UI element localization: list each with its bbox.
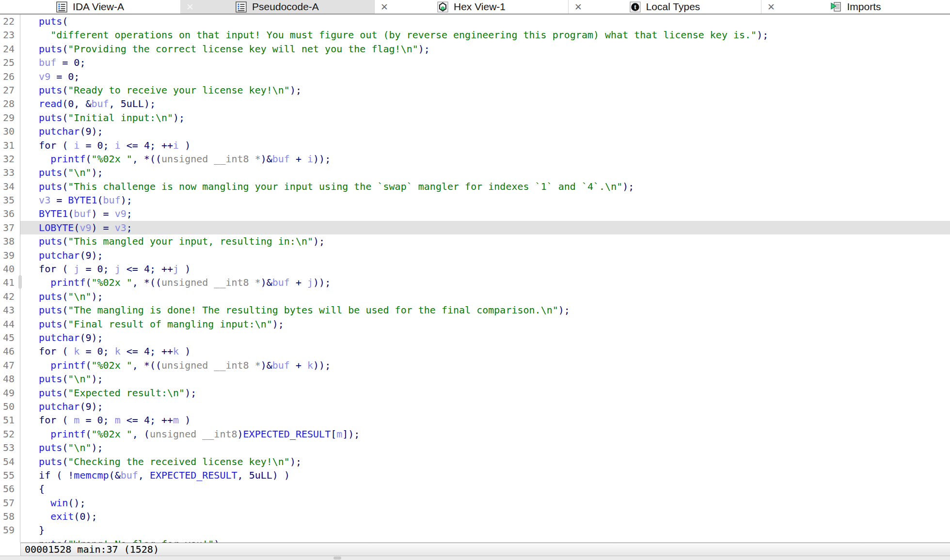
vertical-scroll-indicator[interactable]: [18, 275, 22, 289]
code-text[interactable]: puts("Initial input:\n");: [20, 111, 950, 124]
code-text[interactable]: printf("%02x ", (unsigned __int8)EXPECTE…: [20, 427, 950, 441]
code-text[interactable]: puts("\n");: [20, 290, 950, 303]
code-line[interactable]: 52 printf("%02x ", (unsigned __int8)EXPE…: [0, 427, 950, 441]
tab-pseudocode-a[interactable]: ✕ Pseudocode-A: [180, 0, 374, 14]
code-text[interactable]: buf = 0;: [20, 56, 950, 69]
code-line[interactable]: 33 puts("\n");: [0, 166, 950, 179]
code-line[interactable]: 54 puts("Checking the received license k…: [0, 455, 950, 468]
close-icon[interactable]: ✕: [574, 0, 582, 14]
line-number: 36: [0, 207, 20, 220]
code-text[interactable]: puts("Providing the correct license key …: [20, 42, 950, 56]
code-text[interactable]: puts("The mangling is done! The resultin…: [20, 303, 950, 317]
code-line[interactable]: 41 printf("%02x ", *((unsigned __int8 *)…: [0, 276, 950, 289]
code-line[interactable]: 36 BYTE1(buf) = v9;: [0, 207, 950, 220]
code-text[interactable]: puts("Checking the received license key!…: [20, 455, 950, 468]
code-line[interactable]: 22 puts(: [0, 15, 950, 28]
code-text[interactable]: printf("%02x ", *((unsigned __int8 *)&bu…: [20, 152, 950, 166]
code-text[interactable]: puts("Expected result:\n");: [20, 386, 950, 400]
code-text[interactable]: puts("This challenge is now mangling you…: [20, 180, 950, 193]
line-number: 44: [0, 317, 20, 331]
code-line[interactable]: 40 for ( j = 0; j <= 4; ++j ): [0, 262, 950, 276]
horizontal-scrollbar-thumb[interactable]: [333, 557, 341, 560]
code-line[interactable]: 51 for ( m = 0; m <= 4; ++m ): [0, 413, 950, 427]
code-text[interactable]: puts("\n");: [20, 372, 950, 386]
close-icon[interactable]: ✕: [186, 0, 194, 14]
code-line[interactable]: 35 v3 = BYTE1(buf);: [0, 193, 950, 207]
code-text[interactable]: v3 = BYTE1(buf);: [20, 193, 950, 207]
code-line[interactable]: 43 puts("The mangling is done! The resul…: [0, 303, 950, 317]
horizontal-scrollbar[interactable]: [0, 556, 950, 560]
code-line[interactable]: 53 puts("\n");: [0, 441, 950, 454]
code-line[interactable]: 31 for ( i = 0; i <= 4; ++i ): [0, 139, 950, 152]
code-line[interactable]: 23 "different operations on that input! …: [0, 28, 950, 42]
code-text[interactable]: puts(: [20, 15, 950, 28]
code-text[interactable]: puts("This mangled your input, resulting…: [20, 234, 950, 248]
code-text[interactable]: BYTE1(buf) = v9;: [20, 207, 950, 220]
code-line[interactable]: 32 printf("%02x ", *((unsigned __int8 *)…: [0, 152, 950, 166]
tab-hex-view-1[interactable]: ✕ Hex View-1: [374, 0, 568, 14]
code-text[interactable]: puts("Ready to receive your license key!…: [20, 83, 950, 97]
code-text[interactable]: {: [20, 482, 950, 496]
code-line[interactable]: 38 puts("This mangled your input, result…: [0, 234, 950, 248]
line-number: 35: [0, 193, 20, 207]
code-line[interactable]: 26 v9 = 0;: [0, 70, 950, 83]
code-text[interactable]: putchar(9);: [20, 331, 950, 344]
code-line[interactable]: 39 putchar(9);: [0, 249, 950, 262]
code-text[interactable]: v9 = 0;: [20, 70, 950, 83]
code-text[interactable]: puts("Final result of mangling input:\n"…: [20, 317, 950, 331]
code-text[interactable]: for ( k = 0; k <= 4; ++k ): [20, 344, 950, 358]
close-icon[interactable]: ✕: [767, 0, 775, 14]
code-line[interactable]: 55 if ( !memcmp(&buf, EXPECTED_RESULT, 5…: [0, 468, 950, 482]
code-text[interactable]: }: [20, 523, 950, 537]
code-line[interactable]: 30 putchar(9);: [0, 124, 950, 138]
code-line[interactable]: 57 win();: [0, 496, 950, 510]
tab-imports[interactable]: ✕ Imports: [761, 0, 950, 14]
code-text[interactable]: win();: [20, 496, 950, 510]
local-types-icon: t: [630, 1, 641, 13]
pseudocode-pane[interactable]: 22 puts(23 "different operations on that…: [0, 15, 950, 543]
code-text[interactable]: putchar(9);: [20, 249, 950, 262]
close-icon[interactable]: ✕: [380, 0, 388, 14]
line-number: 55: [0, 468, 20, 482]
code-line[interactable]: 34 puts("This challenge is now mangling …: [0, 180, 950, 193]
code-line[interactable]: 49 puts("Expected result:\n");: [0, 386, 950, 400]
code-line[interactable]: 45 putchar(9);: [0, 331, 950, 344]
code-line[interactable]: 29 puts("Initial input:\n");: [0, 111, 950, 124]
code-text[interactable]: putchar(9);: [20, 124, 950, 138]
code-text[interactable]: for ( m = 0; m <= 4; ++m ): [20, 413, 950, 427]
code-line[interactable]: 50 putchar(9);: [0, 400, 950, 413]
code-line[interactable]: puts("Wrong! No flag for you!");: [0, 537, 950, 543]
code-line[interactable]: 28 read(0, &buf, 5uLL);: [0, 97, 950, 110]
code-line[interactable]: 47 printf("%02x ", *((unsigned __int8 *)…: [0, 358, 950, 372]
code-line[interactable]: 59 }: [0, 523, 950, 537]
code-text[interactable]: "different operations on that input! You…: [20, 28, 950, 42]
tab-ida-view-a[interactable]: IDA View-A: [0, 0, 180, 14]
code-line[interactable]: 46 for ( k = 0; k <= 4; ++k ): [0, 344, 950, 358]
tab-label: Hex View-1: [454, 1, 506, 13]
code-text[interactable]: puts("\n");: [20, 166, 950, 179]
tab-local-types[interactable]: ✕ t Local Types: [568, 0, 761, 14]
code-text[interactable]: puts("Wrong! No flag for you!");: [20, 537, 950, 543]
code-text[interactable]: putchar(9);: [20, 400, 950, 413]
code-line[interactable]: 44 puts("Final result of mangling input:…: [0, 317, 950, 331]
code-text[interactable]: puts("\n");: [20, 441, 950, 454]
code-text[interactable]: printf("%02x ", *((unsigned __int8 *)&bu…: [20, 276, 950, 289]
pseudocode-view-icon: [56, 1, 67, 13]
code-line[interactable]: 58 exit(0);: [0, 510, 950, 523]
code-text[interactable]: if ( !memcmp(&buf, EXPECTED_RESULT, 5uLL…: [20, 468, 950, 482]
line-number: 22: [0, 15, 20, 28]
code-line[interactable]: 24 puts("Providing the correct license k…: [0, 42, 950, 56]
code-line[interactable]: 37 LOBYTE(v9) = v3;: [0, 221, 950, 234]
code-text[interactable]: printf("%02x ", *((unsigned __int8 *)&bu…: [20, 358, 950, 372]
code-line[interactable]: 56 {: [0, 482, 950, 496]
code-line[interactable]: 42 puts("\n");: [0, 290, 950, 303]
code-line[interactable]: 25 buf = 0;: [0, 56, 950, 69]
code-line[interactable]: 27 puts("Ready to receive your license k…: [0, 83, 950, 97]
code-text[interactable]: LOBYTE(v9) = v3;: [20, 221, 950, 234]
line-number: 23: [0, 28, 20, 42]
code-text[interactable]: exit(0);: [20, 510, 950, 523]
code-text[interactable]: for ( i = 0; i <= 4; ++i ): [20, 139, 950, 152]
code-line[interactable]: 48 puts("\n");: [0, 372, 950, 386]
code-text[interactable]: read(0, &buf, 5uLL);: [20, 97, 950, 110]
code-text[interactable]: for ( j = 0; j <= 4; ++j ): [20, 262, 950, 276]
